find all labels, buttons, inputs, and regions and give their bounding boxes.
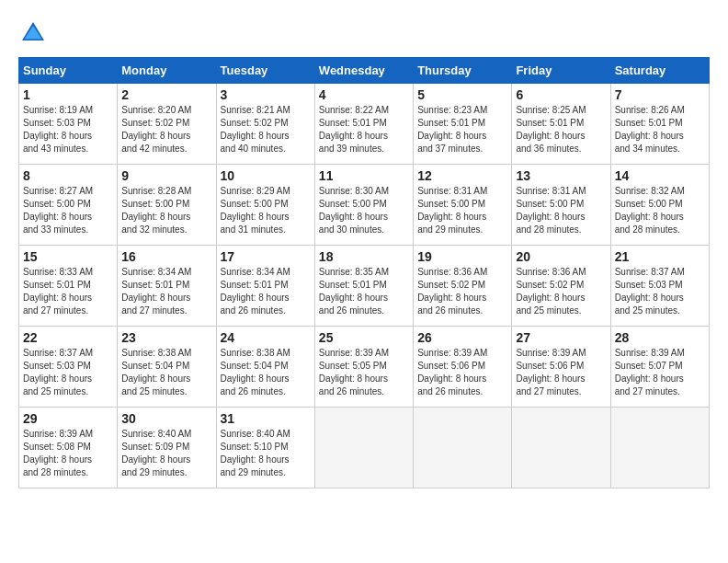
day-cell-4: 4Sunrise: 8:22 AMSunset: 5:01 PMDaylight… <box>314 84 413 165</box>
day-detail: Sunrise: 8:40 AMSunset: 5:09 PMDaylight:… <box>121 428 211 479</box>
day-number: 23 <box>121 330 211 345</box>
day-number: 11 <box>319 168 409 183</box>
day-number: 20 <box>516 249 606 264</box>
day-number: 18 <box>319 249 409 264</box>
day-cell-30: 30Sunrise: 8:40 AMSunset: 5:09 PMDayligh… <box>118 408 216 488</box>
day-number: 6 <box>516 87 606 102</box>
day-detail: Sunrise: 8:37 AMSunset: 5:03 PMDaylight:… <box>23 347 113 398</box>
day-cell-26: 26Sunrise: 8:39 AMSunset: 5:06 PMDayligh… <box>414 327 512 408</box>
day-detail: Sunrise: 8:34 AMSunset: 5:01 PMDaylight:… <box>221 266 311 317</box>
day-detail: Sunrise: 8:19 AMSunset: 5:03 PMDaylight:… <box>23 104 113 155</box>
day-number: 16 <box>121 249 211 264</box>
day-detail: Sunrise: 8:22 AMSunset: 5:01 PMDaylight:… <box>319 104 409 155</box>
day-detail: Sunrise: 8:40 AMSunset: 5:10 PMDaylight:… <box>221 428 311 479</box>
day-cell-13: 13Sunrise: 8:31 AMSunset: 5:00 PMDayligh… <box>512 165 610 246</box>
day-number: 30 <box>121 411 211 426</box>
day-cell-5: 5Sunrise: 8:23 AMSunset: 5:01 PMDaylight… <box>414 84 512 165</box>
day-number: 27 <box>516 330 606 345</box>
day-cell-23: 23Sunrise: 8:38 AMSunset: 5:04 PMDayligh… <box>118 327 216 408</box>
day-cell-2: 2Sunrise: 8:20 AMSunset: 5:02 PMDaylight… <box>118 84 216 165</box>
day-number: 13 <box>516 168 606 183</box>
day-detail: Sunrise: 8:31 AMSunset: 5:00 PMDaylight:… <box>516 185 606 236</box>
day-cell-15: 15Sunrise: 8:33 AMSunset: 5:01 PMDayligh… <box>19 246 118 327</box>
week-row-1: 1Sunrise: 8:19 AMSunset: 5:03 PMDaylight… <box>19 84 710 165</box>
day-cell-25: 25Sunrise: 8:39 AMSunset: 5:05 PMDayligh… <box>314 327 413 408</box>
day-detail: Sunrise: 8:23 AMSunset: 5:01 PMDaylight:… <box>417 104 507 155</box>
day-detail: Sunrise: 8:30 AMSunset: 5:00 PMDaylight:… <box>319 185 409 236</box>
day-detail: Sunrise: 8:36 AMSunset: 5:02 PMDaylight:… <box>417 266 507 317</box>
day-number: 10 <box>221 168 311 183</box>
empty-cell <box>414 408 512 488</box>
day-number: 8 <box>23 168 113 183</box>
day-detail: Sunrise: 8:31 AMSunset: 5:00 PMDaylight:… <box>417 185 507 236</box>
day-detail: Sunrise: 8:27 AMSunset: 5:00 PMDaylight:… <box>23 185 113 236</box>
day-detail: Sunrise: 8:34 AMSunset: 5:01 PMDaylight:… <box>121 266 211 317</box>
day-cell-11: 11Sunrise: 8:30 AMSunset: 5:00 PMDayligh… <box>314 165 413 246</box>
day-detail: Sunrise: 8:39 AMSunset: 5:07 PMDaylight:… <box>615 347 705 398</box>
day-cell-10: 10Sunrise: 8:29 AMSunset: 5:00 PMDayligh… <box>216 165 314 246</box>
day-cell-17: 17Sunrise: 8:34 AMSunset: 5:01 PMDayligh… <box>216 246 314 327</box>
week-row-2: 8Sunrise: 8:27 AMSunset: 5:00 PMDaylight… <box>19 165 710 246</box>
day-detail: Sunrise: 8:35 AMSunset: 5:01 PMDaylight:… <box>319 266 409 317</box>
day-detail: Sunrise: 8:39 AMSunset: 5:06 PMDaylight:… <box>516 347 606 398</box>
day-number: 22 <box>23 330 113 345</box>
day-cell-8: 8Sunrise: 8:27 AMSunset: 5:00 PMDaylight… <box>19 165 118 246</box>
weekday-header-monday: Monday <box>118 58 216 84</box>
header <box>18 18 710 48</box>
day-cell-14: 14Sunrise: 8:32 AMSunset: 5:00 PMDayligh… <box>610 165 709 246</box>
day-detail: Sunrise: 8:37 AMSunset: 5:03 PMDaylight:… <box>615 266 705 317</box>
day-number: 17 <box>221 249 311 264</box>
empty-cell <box>512 408 610 488</box>
day-number: 4 <box>319 87 409 102</box>
day-cell-16: 16Sunrise: 8:34 AMSunset: 5:01 PMDayligh… <box>118 246 216 327</box>
day-cell-29: 29Sunrise: 8:39 AMSunset: 5:08 PMDayligh… <box>19 408 118 488</box>
day-detail: Sunrise: 8:39 AMSunset: 5:08 PMDaylight:… <box>23 428 113 479</box>
day-number: 15 <box>23 249 113 264</box>
calendar-table: SundayMondayTuesdayWednesdayThursdayFrid… <box>18 57 710 488</box>
empty-cell <box>314 408 413 488</box>
day-cell-31: 31Sunrise: 8:40 AMSunset: 5:10 PMDayligh… <box>216 408 314 488</box>
day-detail: Sunrise: 8:39 AMSunset: 5:06 PMDaylight:… <box>417 347 507 398</box>
weekday-header-thursday: Thursday <box>414 58 512 84</box>
day-cell-9: 9Sunrise: 8:28 AMSunset: 5:00 PMDaylight… <box>118 165 216 246</box>
weekday-header-row: SundayMondayTuesdayWednesdayThursdayFrid… <box>19 58 710 84</box>
day-number: 5 <box>417 87 507 102</box>
day-detail: Sunrise: 8:29 AMSunset: 5:00 PMDaylight:… <box>221 185 311 236</box>
day-cell-19: 19Sunrise: 8:36 AMSunset: 5:02 PMDayligh… <box>414 246 512 327</box>
day-number: 25 <box>319 330 409 345</box>
day-detail: Sunrise: 8:28 AMSunset: 5:00 PMDaylight:… <box>121 185 211 236</box>
day-detail: Sunrise: 8:38 AMSunset: 5:04 PMDaylight:… <box>221 347 311 398</box>
day-number: 12 <box>417 168 507 183</box>
day-number: 19 <box>417 249 507 264</box>
day-number: 24 <box>221 330 311 345</box>
week-row-4: 22Sunrise: 8:37 AMSunset: 5:03 PMDayligh… <box>19 327 710 408</box>
weekday-header-sunday: Sunday <box>19 58 118 84</box>
day-number: 7 <box>615 87 705 102</box>
day-cell-22: 22Sunrise: 8:37 AMSunset: 5:03 PMDayligh… <box>19 327 118 408</box>
day-number: 31 <box>221 411 311 426</box>
day-cell-21: 21Sunrise: 8:37 AMSunset: 5:03 PMDayligh… <box>610 246 709 327</box>
day-cell-3: 3Sunrise: 8:21 AMSunset: 5:02 PMDaylight… <box>216 84 314 165</box>
day-cell-7: 7Sunrise: 8:26 AMSunset: 5:01 PMDaylight… <box>610 84 709 165</box>
day-detail: Sunrise: 8:38 AMSunset: 5:04 PMDaylight:… <box>121 347 211 398</box>
day-cell-18: 18Sunrise: 8:35 AMSunset: 5:01 PMDayligh… <box>314 246 413 327</box>
day-detail: Sunrise: 8:21 AMSunset: 5:02 PMDaylight:… <box>221 104 311 155</box>
day-number: 9 <box>121 168 211 183</box>
weekday-header-saturday: Saturday <box>610 58 709 84</box>
weekday-header-tuesday: Tuesday <box>216 58 314 84</box>
day-detail: Sunrise: 8:25 AMSunset: 5:01 PMDaylight:… <box>516 104 606 155</box>
day-number: 29 <box>23 411 113 426</box>
week-row-5: 29Sunrise: 8:39 AMSunset: 5:08 PMDayligh… <box>19 408 710 488</box>
weekday-header-friday: Friday <box>512 58 610 84</box>
logo[interactable] <box>18 18 51 48</box>
day-detail: Sunrise: 8:39 AMSunset: 5:05 PMDaylight:… <box>319 347 409 398</box>
day-detail: Sunrise: 8:32 AMSunset: 5:00 PMDaylight:… <box>615 185 705 236</box>
day-number: 2 <box>121 87 211 102</box>
day-detail: Sunrise: 8:33 AMSunset: 5:01 PMDaylight:… <box>23 266 113 317</box>
day-number: 3 <box>221 87 311 102</box>
logo-icon <box>18 18 48 48</box>
day-cell-27: 27Sunrise: 8:39 AMSunset: 5:06 PMDayligh… <box>512 327 610 408</box>
day-number: 28 <box>615 330 705 345</box>
day-number: 1 <box>23 87 113 102</box>
day-number: 14 <box>615 168 705 183</box>
